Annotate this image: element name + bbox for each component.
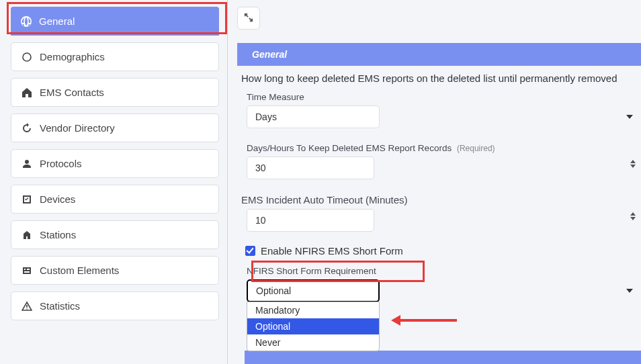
expand-button[interactable]	[237, 7, 260, 30]
sidebar-item-custom-elements[interactable]: Custom Elements	[11, 256, 219, 285]
keep-records-stepper[interactable]: 30	[247, 156, 374, 179]
sidebar-item-label: Protocols	[40, 158, 82, 169]
history-icon	[21, 122, 33, 134]
sidebar-item-general[interactable]: General	[11, 7, 219, 36]
field-requirement: NFIRS Short Form Requirement Optional Ma…	[247, 266, 641, 302]
requirement-select[interactable]: Optional	[247, 279, 380, 302]
sidebar-item-demographics[interactable]: Demographics	[11, 42, 219, 71]
sidebar-item-protocols[interactable]: Protocols	[11, 149, 219, 178]
option-never[interactable]: Never	[247, 334, 379, 351]
building-icon	[21, 229, 33, 241]
sidebar-item-label: EMS Contacts	[40, 87, 104, 98]
panel-title: General	[252, 49, 287, 60]
label-text: Days/Hours To Keep Deleted EMS Report Re…	[247, 143, 452, 153]
requirement-dropdown: Mandatory Optional Never	[247, 302, 380, 351]
required-tag: (Required)	[457, 144, 495, 153]
checkbox-icon	[21, 193, 33, 206]
sidebar-item-devices[interactable]: Devices	[11, 185, 219, 214]
timeout-stepper[interactable]: 10	[247, 209, 374, 232]
sidebar-item-ems-contacts[interactable]: EMS Contacts	[11, 78, 219, 107]
field-label: EMS Incident Auto Timeout (Minutes)	[241, 194, 641, 206]
expand-icon	[244, 13, 253, 24]
panel-description: How long to keep deleted EMS reports on …	[241, 73, 641, 84]
select-value: Optional	[256, 285, 291, 296]
sidebar-item-statistics[interactable]: Statistics	[11, 291, 219, 320]
sidebar-item-label: Statistics	[40, 300, 80, 312]
sidebar-item-label: Vendor Directory	[40, 122, 115, 134]
footer-band	[245, 351, 641, 364]
option-mandatory[interactable]: Mandatory	[247, 302, 379, 318]
chevron-down-icon	[626, 115, 633, 119]
svg-point-0	[23, 53, 31, 61]
panel-header: General	[237, 43, 641, 66]
stepper-buttons[interactable]	[630, 160, 636, 168]
select-value: Days	[255, 111, 277, 122]
elements-icon	[21, 265, 33, 277]
time-measure-select[interactable]: Days	[247, 105, 380, 128]
sidebar-item-label: Demographics	[40, 51, 105, 62]
sidebar-item-label: General	[39, 15, 75, 27]
option-optional[interactable]: Optional	[247, 318, 379, 334]
checkbox-checked-icon[interactable]	[245, 246, 255, 256]
sidebar-item-label: Stations	[40, 229, 76, 240]
field-keep-records: Days/Hours To Keep Deleted EMS Report Re…	[247, 143, 641, 179]
warning-icon	[21, 300, 33, 312]
content-panel: General How long to keep deleted EMS rep…	[227, 0, 641, 364]
field-label: NFIRS Short Form Requirement	[247, 266, 641, 276]
stepper-value: 10	[255, 215, 266, 226]
sidebar-item-label: Custom Elements	[40, 265, 119, 276]
checkbox-label: Enable NFIRS EMS Short Form	[261, 245, 403, 257]
annotation-arrow	[391, 315, 457, 326]
sidebar-item-stations[interactable]: Stations	[11, 220, 219, 249]
chevron-down-icon	[626, 289, 633, 293]
field-label: Time Measure	[247, 92, 641, 102]
stepper-value: 30	[255, 163, 266, 173]
sidebar-item-label: Devices	[40, 193, 75, 205]
sidebar: General Demographics EMS Contacts Vendor…	[0, 0, 227, 364]
person-icon	[21, 158, 33, 170]
field-timeout: EMS Incident Auto Timeout (Minutes) 10	[241, 194, 641, 232]
field-label: Days/Hours To Keep Deleted EMS Report Re…	[247, 143, 641, 153]
sidebar-item-vendor-directory[interactable]: Vendor Directory	[11, 113, 219, 142]
globe-icon	[20, 15, 32, 28]
stepper-buttons[interactable]	[630, 212, 636, 220]
svg-point-2	[26, 308, 28, 310]
home-icon	[21, 87, 33, 99]
enable-short-form-row[interactable]: Enable NFIRS EMS Short Form	[245, 245, 641, 257]
field-time-measure: Time Measure Days	[247, 92, 641, 128]
radio-icon	[21, 51, 33, 63]
